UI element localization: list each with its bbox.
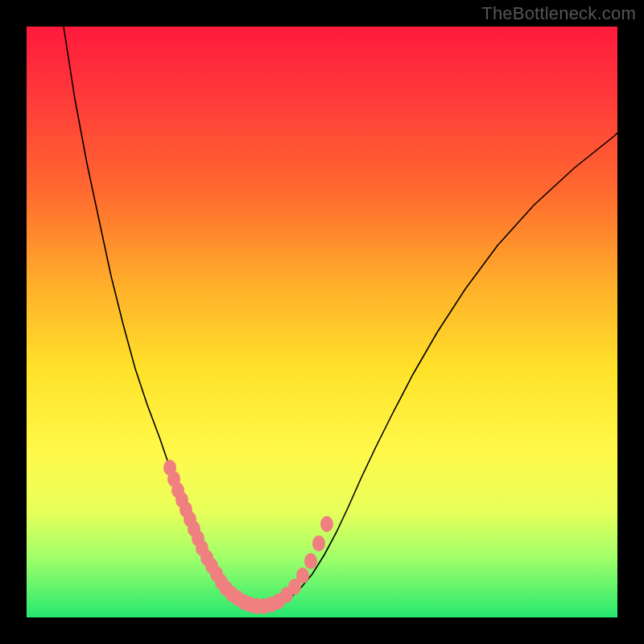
highlight-dot xyxy=(304,553,317,569)
bottleneck-curve xyxy=(64,27,617,606)
plot-area xyxy=(27,27,617,617)
chart-frame: TheBottleneck.com xyxy=(0,0,644,644)
watermark-text: TheBottleneck.com xyxy=(481,3,636,24)
highlight-dot xyxy=(320,516,333,532)
chart-svg xyxy=(27,27,617,617)
highlight-dot xyxy=(312,535,325,551)
highlight-dot xyxy=(296,568,309,584)
highlighted-dots-group xyxy=(163,460,333,614)
